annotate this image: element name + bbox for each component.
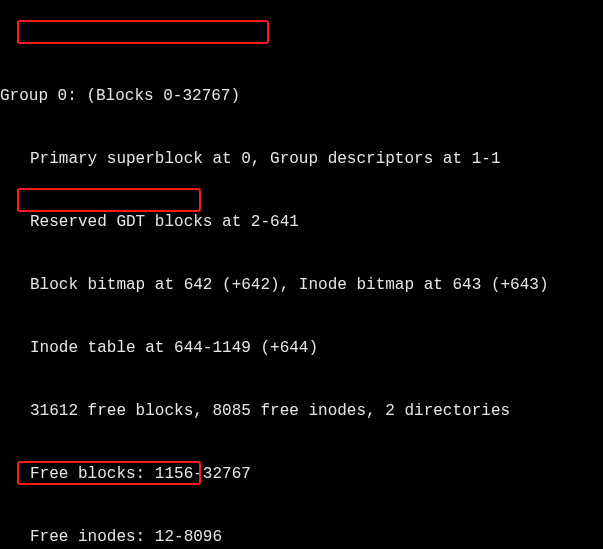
output-line: Block bitmap at 642 (+642), Inode bitmap… bbox=[0, 275, 603, 296]
highlight-box bbox=[17, 20, 269, 44]
output-line: 31612 free blocks, 8085 free inodes, 2 d… bbox=[0, 401, 603, 422]
output-line: Reserved GDT blocks at 2-641 bbox=[0, 212, 603, 233]
terminal-output: Group 0: (Blocks 0-32767) Primary superb… bbox=[0, 0, 603, 549]
group-header: Group 0: (Blocks 0-32767) bbox=[0, 86, 603, 107]
output-line: Primary superblock at 0, Group descripto… bbox=[0, 149, 603, 170]
output-line: Free inodes: 12-8096 bbox=[0, 527, 603, 548]
highlight-box bbox=[17, 188, 201, 212]
output-line: Free blocks: 1156-32767 bbox=[0, 464, 603, 485]
output-line: Inode table at 644-1149 (+644) bbox=[0, 338, 603, 359]
